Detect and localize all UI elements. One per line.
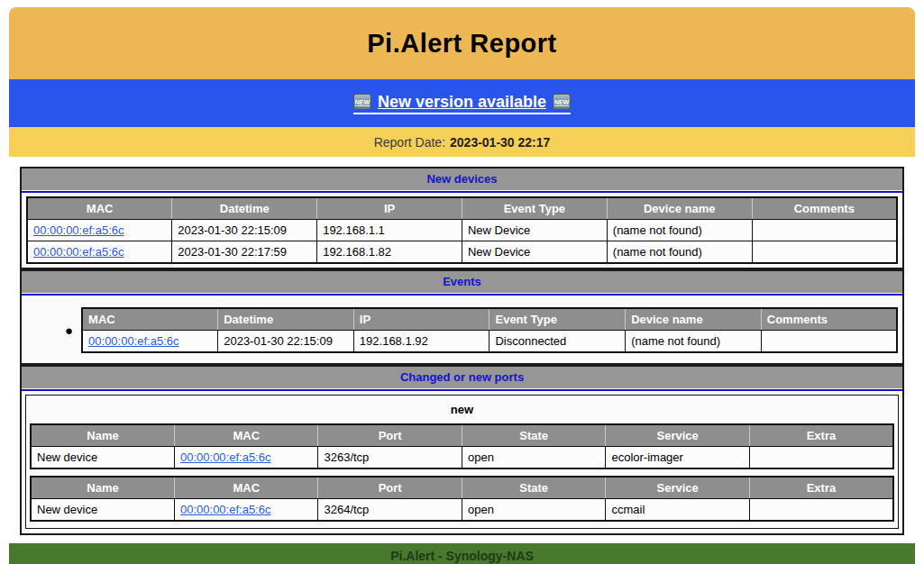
cell-extra bbox=[749, 447, 893, 469]
cell-extra bbox=[749, 499, 893, 522]
report-sections: New devices MAC Datetime IP Event Type D… bbox=[20, 167, 904, 535]
report-date-banner: Report Date: 2023-01-30 22:17 bbox=[9, 127, 915, 157]
column-header-port: Port bbox=[318, 424, 462, 447]
cell-name: New device bbox=[31, 499, 174, 522]
table-row: New device 00:00:00:ef:a5:6c 3264/tcp op… bbox=[31, 499, 893, 522]
cell-name: New device bbox=[31, 447, 174, 469]
report-date-value: 2023-01-30 22:17 bbox=[450, 135, 550, 150]
section-title-changed-ports: Changed or new ports bbox=[22, 367, 902, 388]
mac-address-link[interactable]: 00:00:00:ef:a5:6c bbox=[33, 223, 124, 237]
column-header-extra: Extra bbox=[749, 477, 893, 499]
events-table: MAC Datetime IP Event Type Device name C… bbox=[81, 307, 898, 353]
list-bullet: ● bbox=[65, 323, 73, 337]
cell-service: ecolor-imager bbox=[606, 447, 749, 469]
event-list-item: ● MAC Datetime IP Event Type Device name… bbox=[22, 296, 902, 363]
version-banner: NEW New version available NEW bbox=[9, 79, 915, 127]
cell-device-name: (name not found) bbox=[607, 241, 752, 264]
column-header-ip: IP bbox=[317, 197, 462, 220]
cell-event-type: New Device bbox=[462, 241, 607, 264]
column-header-service: Service bbox=[606, 477, 749, 499]
column-header-name: Name bbox=[31, 424, 174, 447]
column-header-comments: Comments bbox=[752, 197, 897, 220]
table-row: 00:00:00:ef:a5:6c 2023-01-30 22:15:09 19… bbox=[82, 331, 897, 353]
cell-comments bbox=[752, 241, 897, 264]
ports-group-box: new Name MAC Port State Service Extra bbox=[25, 395, 899, 529]
column-header-extra: Extra bbox=[749, 424, 893, 447]
ports-table-1: Name MAC Port State Service Extra New de… bbox=[30, 423, 894, 469]
table-header-row: MAC Datetime IP Event Type Device name C… bbox=[82, 308, 897, 331]
section-events: Events ● MAC Datetime IP Event Type Devi… bbox=[20, 269, 904, 365]
table-row: 00:00:00:ef:a5:6c 2023-01-30 22:15:09 19… bbox=[27, 220, 897, 241]
column-header-datetime: Datetime bbox=[172, 197, 317, 220]
table-header-row: Name MAC Port State Service Extra bbox=[31, 424, 893, 447]
cell-ip: 192.168.1.92 bbox=[353, 331, 489, 353]
cell-port: 3263/tcp bbox=[318, 447, 462, 469]
cell-event-type: New Device bbox=[462, 220, 607, 241]
footer-text: Pi.Alert - Synology-NAS bbox=[390, 549, 534, 563]
mac-address-link[interactable]: 00:00:00:ef:a5:6c bbox=[180, 450, 270, 464]
new-version-link-label: New version available bbox=[371, 93, 553, 112]
table-header-row: MAC Datetime IP Event Type Device name C… bbox=[27, 197, 897, 220]
cell-device-name: (name not found) bbox=[626, 331, 762, 353]
cell-ip: 192.168.1.82 bbox=[317, 241, 462, 264]
cell-datetime: 2023-01-30 22:15:09 bbox=[172, 220, 317, 241]
column-header-port: Port bbox=[318, 477, 462, 499]
column-header-event-type: Event Type bbox=[462, 197, 607, 220]
column-header-mac: MAC bbox=[174, 424, 317, 447]
column-header-mac: MAC bbox=[174, 477, 317, 499]
cell-service: ccmail bbox=[606, 499, 749, 522]
section-new-devices: New devices MAC Datetime IP Event Type D… bbox=[20, 167, 904, 269]
section-title-new-devices: New devices bbox=[22, 168, 902, 190]
column-header-state: State bbox=[462, 477, 605, 499]
column-header-ip: IP bbox=[353, 308, 489, 331]
mac-address-link[interactable]: 00:00:00:ef:a5:6c bbox=[88, 334, 178, 348]
section-rule bbox=[22, 389, 902, 391]
cell-device-name: (name not found) bbox=[607, 220, 752, 241]
section-title-events: Events bbox=[22, 271, 902, 293]
column-header-device-name: Device name bbox=[607, 197, 752, 220]
cell-ip: 192.168.1.1 bbox=[317, 220, 462, 241]
column-header-name: Name bbox=[31, 477, 174, 499]
ports-table-2: Name MAC Port State Service Extra New de… bbox=[30, 476, 894, 522]
report-page: Pi.Alert Report NEW New version availabl… bbox=[0, 0, 924, 564]
title-banner: Pi.Alert Report bbox=[9, 7, 915, 79]
column-header-mac: MAC bbox=[27, 197, 172, 220]
cell-port: 3264/tcp bbox=[318, 499, 462, 522]
new-devices-table: MAC Datetime IP Event Type Device name C… bbox=[26, 196, 898, 264]
column-header-event-type: Event Type bbox=[489, 308, 626, 331]
section-changed-ports: Changed or new ports new Name MAC Port S… bbox=[20, 365, 904, 535]
footer-bar: Pi.Alert - Synology-NAS bbox=[9, 543, 915, 564]
column-header-mac: MAC bbox=[82, 308, 218, 331]
mac-address-link[interactable]: 00:00:00:ef:a5:6c bbox=[33, 245, 124, 259]
cell-state: open bbox=[462, 499, 605, 522]
column-header-datetime: Datetime bbox=[218, 308, 354, 331]
report-date-label: Report Date: bbox=[374, 135, 445, 150]
new-badge-icon: NEW bbox=[553, 94, 571, 110]
new-badge-icon: NEW bbox=[353, 94, 371, 110]
column-header-service: Service bbox=[606, 424, 749, 447]
mac-address-link[interactable]: 00:00:00:ef:a5:6c bbox=[180, 503, 270, 516]
column-header-device-name: Device name bbox=[626, 308, 762, 331]
table-header-row: Name MAC Port State Service Extra bbox=[31, 477, 893, 499]
cell-state: open bbox=[462, 447, 605, 469]
table-row: New device 00:00:00:ef:a5:6c 3263/tcp op… bbox=[31, 447, 893, 469]
cell-event-type: Disconnected bbox=[489, 331, 626, 353]
cell-comments bbox=[761, 331, 897, 353]
column-header-state: State bbox=[462, 424, 605, 447]
column-header-comments: Comments bbox=[761, 308, 897, 331]
cell-datetime: 2023-01-30 22:15:09 bbox=[218, 331, 354, 353]
cell-comments bbox=[752, 220, 897, 241]
table-row: 00:00:00:ef:a5:6c 2023-01-30 22:17:59 19… bbox=[27, 241, 897, 264]
page-title: Pi.Alert Report bbox=[367, 29, 557, 59]
new-version-link[interactable]: NEW New version available NEW bbox=[353, 93, 571, 114]
ports-group-label: new bbox=[26, 396, 898, 423]
cell-datetime: 2023-01-30 22:17:59 bbox=[172, 241, 317, 264]
